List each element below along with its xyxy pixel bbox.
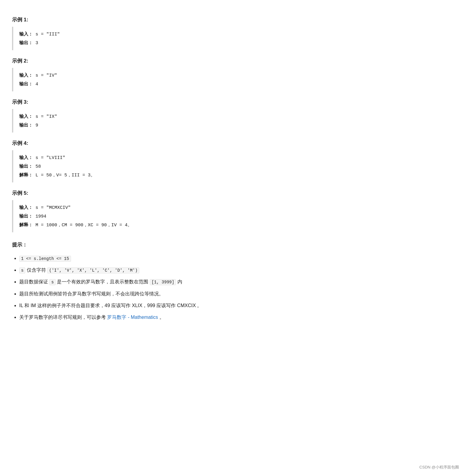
example-block-4: 输入： s = "LVIII"输出： 58解释： L = 50，V= 5，III… [12,150,456,182]
hint-item-5: IL 和 IM 这样的例子并不符合题目要求，49 应该写作 XLIX，999 应… [19,300,456,311]
example-3-line-2: 输出： 9 [19,121,450,130]
hint-code-s-2: s [49,279,55,285]
example-3-value-1: s = "IX" [33,114,57,119]
example-5-label-1: 输入： [19,205,33,210]
example-4-line-2: 输出： 58 [19,162,450,171]
example-2-value-1: s = "IV" [33,73,57,78]
example-block-2: 输入： s = "IV"输出： 4 [12,68,456,91]
example-block-1: 输入： s = "III"输出： 3 [12,27,456,50]
example-1-label-2: 输出： [19,40,33,45]
example-4-label-1: 输入： [19,155,33,160]
example-1-line-2: 输出： 3 [19,38,450,47]
hint-item-3: 题目数据保证 s 是一个有效的罗马数字，且表示整数在范围 [1, 3999] 内 [19,276,456,287]
hint-item-1: 1 <= s.length <= 15 [19,253,456,264]
hints-list: 1 <= s.length <= 15s 仅含字符 ('I', 'V', 'X'… [12,253,456,322]
example-5-value-3: M = 1000，CM = 900，XC = 90，IV = 4。 [33,223,132,228]
example-title-5: 示例 5: [12,190,456,197]
example-5-line-3: 解释： M = 1000，CM = 900，XC = 90，IV = 4。 [19,221,450,229]
example-2-label-1: 输入： [19,72,33,78]
example-4-label-3: 解释： [19,172,33,177]
example-title-4: 示例 4: [12,140,456,147]
example-2-value-2: 4 [33,82,38,87]
hint-code-s: s [19,267,25,273]
example-2-label-2: 输出： [19,81,33,86]
example-2-line-2: 输出： 4 [19,80,450,88]
example-2-line-1: 输入： s = "IV" [19,71,450,80]
example-3-line-1: 输入： s = "IX" [19,112,450,121]
example-4-value-1: s = "LVIII" [33,155,65,160]
hints-section: 提示： 1 <= s.length <= 15s 仅含字符 ('I', 'V',… [12,241,456,322]
hints-title: 提示： [12,241,456,248]
example-5-value-1: s = "MCMXCIV" [33,205,71,210]
hint-item-2: s 仅含字符 ('I', 'V', 'X', 'L', 'C', 'D', 'M… [19,265,456,275]
example-5-line-2: 输出： 1994 [19,212,450,221]
example-block-5: 输入： s = "MCMXCIV"输出： 1994解释： M = 1000，CM… [12,200,456,232]
example-4-line-1: 输入： s = "LVIII" [19,153,450,162]
example-title-3: 示例 3: [12,99,456,105]
examples-container: 示例 1:输入： s = "III"输出： 3示例 2:输入： s = "IV"… [12,16,456,232]
hint-code-inline: 1 <= s.length <= 15 [19,256,71,262]
example-1-label-1: 输入： [19,31,33,36]
hint-code-range: [1, 3999] [150,279,176,285]
roman-numerals-link[interactable]: 罗马数字 - Mathematics [107,315,158,320]
example-block-3: 输入： s = "IX"输出： 9 [12,109,456,133]
example-4-label-2: 输出： [19,163,33,169]
example-5-line-1: 输入： s = "MCMXCIV" [19,203,450,212]
example-3-value-2: 9 [33,123,38,128]
example-1-value-1: s = "III" [33,32,60,37]
example-5-value-2: 1994 [33,214,46,219]
example-3-label-2: 输出： [19,122,33,127]
example-1-line-1: 输入： s = "III" [19,30,450,38]
example-4-value-2: 58 [33,164,41,169]
hint-code-chars: ('I', 'V', 'X', 'L', 'C', 'D', 'M') [47,267,139,273]
example-1-value-2: 3 [33,41,38,46]
example-4-value-3: L = 50，V= 5，III = 3。 [33,173,95,178]
example-4-line-3: 解释： L = 50，V= 5，III = 3。 [19,171,450,179]
hint-item-4: 题目所给测试用例皆符合罗马数字书写规则，不会出现跨位等情况。 [19,288,456,299]
example-5-label-3: 解释： [19,222,33,227]
example-5-label-2: 输出： [19,213,33,218]
example-title-1: 示例 1: [12,16,456,23]
example-3-label-1: 输入： [19,114,33,119]
hint-item-6: 关于罗马数字的详尽书写规则，可以参考 罗马数字 - Mathematics 。 [19,312,456,322]
example-title-2: 示例 2: [12,57,456,64]
